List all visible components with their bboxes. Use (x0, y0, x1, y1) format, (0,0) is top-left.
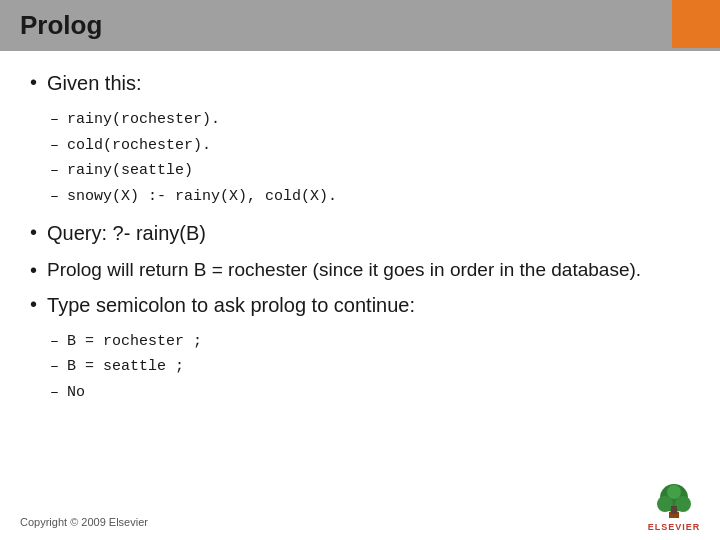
svg-point-4 (667, 485, 681, 499)
result-line-2: – B = seattle ; (50, 354, 690, 380)
return-text: Prolog will return B = rochester (since … (47, 257, 641, 283)
code-text-4: snowy(X) :- rainy(X), cold(X). (67, 184, 337, 210)
header: Prolog (0, 0, 720, 51)
code-block-given: – rainy(rochester). – cold(rochester). –… (50, 107, 690, 209)
code-line-2: – cold(rochester). (50, 133, 690, 159)
code-text-2: cold(rochester). (67, 133, 211, 159)
result-text-2: B = seattle ; (67, 354, 184, 380)
code-line-4: – snowy(X) :- rainy(X), cold(X). (50, 184, 690, 210)
result-text-1: B = rochester ; (67, 329, 202, 355)
elsevier-tree-icon (651, 484, 697, 520)
bullet-dot-2: • (30, 221, 37, 244)
slide: Prolog • Given this: – rainy(rochester).… (0, 0, 720, 540)
bullet-dot-1: • (30, 71, 37, 94)
elsevier-logo: ELSEVIER (642, 480, 706, 532)
given-this-bullet: • Given this: (30, 69, 690, 97)
result-text-3: No (67, 380, 85, 406)
given-this-label: Given this: (47, 69, 141, 97)
slide-title: Prolog (20, 10, 102, 41)
code-block-results: – B = rochester ; – B = seattle ; – No (50, 329, 690, 406)
svg-rect-5 (671, 506, 677, 514)
semicolon-bullet: • Type semicolon to ask prolog to contin… (30, 291, 690, 319)
code-line-1: – rainy(rochester). (50, 107, 690, 133)
result-line-1: – B = rochester ; (50, 329, 690, 355)
svg-point-2 (657, 496, 673, 512)
semicolon-text: Type semicolon to ask prolog to continue… (47, 291, 415, 319)
code-text-1: rainy(rochester). (67, 107, 220, 133)
result-line-3: – No (50, 380, 690, 406)
query-bullet: • Query: ?- rainy(B) (30, 219, 690, 247)
code-text-3: rainy(seattle) (67, 158, 193, 184)
svg-point-3 (675, 496, 691, 512)
footer-copyright: Copyright © 2009 Elsevier (20, 516, 148, 528)
bullet-dot-4: • (30, 293, 37, 316)
bullet-dot-3: • (30, 259, 37, 282)
query-text: Query: ?- rainy(B) (47, 219, 206, 247)
content-area: • Given this: – rainy(rochester). – cold… (0, 51, 720, 425)
elsevier-label: ELSEVIER (648, 522, 701, 532)
orange-accent (672, 0, 720, 48)
return-bullet: • Prolog will return B = rochester (sinc… (30, 257, 690, 283)
code-line-3: – rainy(seattle) (50, 158, 690, 184)
copyright-text: Copyright © 2009 Elsevier (20, 516, 148, 528)
